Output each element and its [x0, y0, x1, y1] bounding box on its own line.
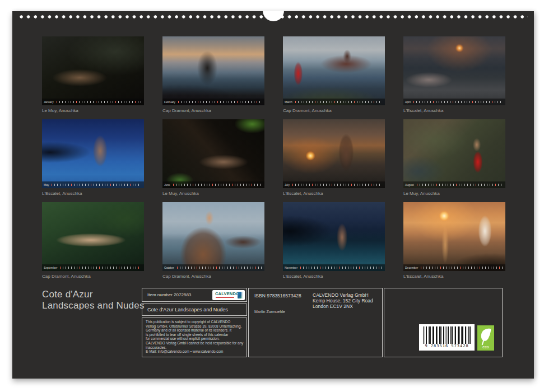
month-label: July	[283, 183, 291, 186]
series-title: Cote d'Azur Landscapes and Nudes	[147, 304, 228, 315]
calendar-month-preview: JulyL'Escalet, Anuschka	[283, 119, 385, 197]
month-photo: August	[403, 119, 505, 188]
day-tick-row	[177, 267, 262, 269]
month-photo: February	[162, 36, 264, 105]
calendar-month-preview: NovemberL'Escalet, Anuschka	[283, 202, 385, 279]
calvendo-logo-text: CALVENDO	[215, 292, 239, 296]
month-label: November	[283, 266, 299, 269]
photo-caption: L'Escalet, Anuschka	[403, 274, 505, 279]
barcode-digits: 9 783516 573428	[419, 344, 475, 348]
day-tick-row	[417, 184, 503, 186]
mini-calendar-strip: March	[283, 99, 385, 105]
hanger-hole	[263, 11, 284, 21]
month-photo: October	[162, 202, 264, 271]
day-tick-row	[413, 101, 503, 103]
mini-calendar-strip: August	[403, 181, 505, 188]
mini-calendar-strip: July	[283, 181, 385, 188]
eco-leaf-icon	[480, 328, 491, 342]
photo-caption: L'Escalet, Anuschka	[403, 108, 505, 114]
calendar-month-preview: MayL'Escalet, Anuschka	[42, 119, 144, 197]
day-tick-row	[52, 184, 141, 186]
month-photo: December	[403, 202, 505, 271]
calendar-month-preview: SeptemberCap Dramont, Anuschka	[42, 202, 144, 279]
month-label: May	[42, 183, 50, 186]
photo-caption: Cap Dramont, Anuschka	[162, 274, 264, 279]
month-label: October	[162, 266, 176, 269]
mini-calendar-strip: September	[42, 264, 144, 271]
mini-calendar-strip: February	[162, 99, 264, 105]
calendar-month-preview: AugustLe Muy, Anuschka	[403, 119, 505, 197]
eco-leaf-stem	[482, 340, 484, 345]
month-label: March	[283, 100, 294, 104]
photo-caption: Cap Dramont, Anuschka	[42, 274, 144, 279]
day-tick-row	[295, 101, 382, 103]
photo-caption: Le Muy, Anuschka	[162, 191, 264, 197]
barcode: 9 783516 573428	[419, 324, 475, 351]
month-photo: July	[283, 119, 385, 188]
calendar-back-page: JanuaryLe Muy, AnuschkaFebruaryCap Dramo…	[12, 11, 534, 379]
month-label: January	[42, 100, 55, 104]
month-label: February	[162, 100, 177, 104]
mini-calendar-strip: November	[283, 264, 385, 271]
isbn-box: ISBN 9783516573428 CALVENDO Verlag GmbH …	[248, 288, 383, 357]
calendar-month-preview: FebruaryCap Dramont, Anuschka	[162, 36, 264, 114]
calendar-month-preview: JuneLe Muy, Anuschka	[162, 119, 264, 197]
mini-calendar-strip: April	[403, 99, 505, 105]
calvendo-book-icon	[238, 292, 243, 298]
day-tick-row	[292, 184, 382, 186]
item-number-box: Item number 2072583 CALVENDO	[142, 288, 247, 302]
calvendo-logo-tagline	[216, 297, 234, 298]
photo-caption: Le Muy, Anuschka	[42, 108, 144, 114]
calendar-title: Cote d'Azur Landscapes and Nudes	[42, 289, 145, 311]
mini-calendar-strip: June	[162, 181, 264, 188]
month-label: September	[42, 266, 59, 269]
photo-caption: L'Escalet, Anuschka	[283, 191, 385, 197]
day-tick-row	[421, 267, 503, 269]
calendar-month-preview: AprilL'Escalet, Anuschka	[403, 36, 505, 114]
month-label: August	[403, 183, 416, 186]
fine-print-box: This publication is subject to copyright…	[142, 318, 247, 357]
item-number-label: Item number 2072583	[147, 288, 191, 301]
day-tick-row	[57, 101, 141, 103]
photo-caption: Le Muy, Anuschka	[403, 191, 505, 197]
photo-caption: L'Escalet, Anuschka	[42, 191, 144, 197]
month-photo: September	[42, 202, 144, 271]
month-photo: May	[42, 119, 144, 188]
fine-print-text: This publication is subject to copyright…	[146, 320, 244, 354]
month-photo: November	[283, 202, 385, 271]
isbn-label: ISBN 9783516573428	[254, 293, 301, 298]
publisher-address: CALVENDO Verlag GmbH Kemp House, 152 Cit…	[313, 292, 373, 309]
calendar-month-preview: MarchCap Dramont, Anuschka	[283, 36, 385, 114]
calendar-month-preview: JanuaryLe Muy, Anuschka	[42, 36, 144, 114]
month-photo: January	[42, 36, 144, 105]
mini-calendar-strip: December	[403, 264, 505, 271]
day-tick-row	[60, 267, 141, 269]
month-label: December	[403, 266, 420, 269]
day-tick-row	[178, 101, 262, 103]
eco-logo: eco	[477, 325, 494, 351]
month-label: June	[162, 183, 172, 186]
calendar-month-preview: DecemberL'Escalet, Anuschka	[403, 202, 505, 279]
author-name: Martin Zurmuehle	[254, 310, 285, 314]
photo-caption: Cap Dramont, Anuschka	[283, 108, 385, 114]
barcode-bars	[423, 326, 471, 344]
eco-label: eco	[477, 345, 494, 349]
mini-calendar-strip: May	[42, 181, 144, 188]
month-photo: March	[283, 36, 385, 105]
barcode-box: 9 783516 573428 eco	[384, 288, 503, 357]
calendar-month-preview: OctoberCap Dramont, Anuschka	[162, 202, 264, 279]
calvendo-logo: CALVENDO	[212, 290, 245, 300]
month-label: April	[403, 100, 412, 104]
month-photo: April	[403, 36, 505, 105]
mini-calendar-strip: October	[162, 264, 264, 271]
thumbnail-grid: JanuaryLe Muy, AnuschkaFebruaryCap Dramo…	[42, 36, 505, 279]
day-tick-row	[173, 184, 262, 186]
series-title-box: Cote d'Azur Landscapes and Nudes	[142, 304, 247, 316]
day-tick-row	[300, 267, 382, 269]
mini-calendar-strip: January	[42, 99, 144, 105]
month-photo: June	[162, 119, 264, 188]
photo-caption: L'Escalet, Anuschka	[283, 274, 385, 279]
photo-caption: Cap Dramont, Anuschka	[162, 108, 264, 114]
